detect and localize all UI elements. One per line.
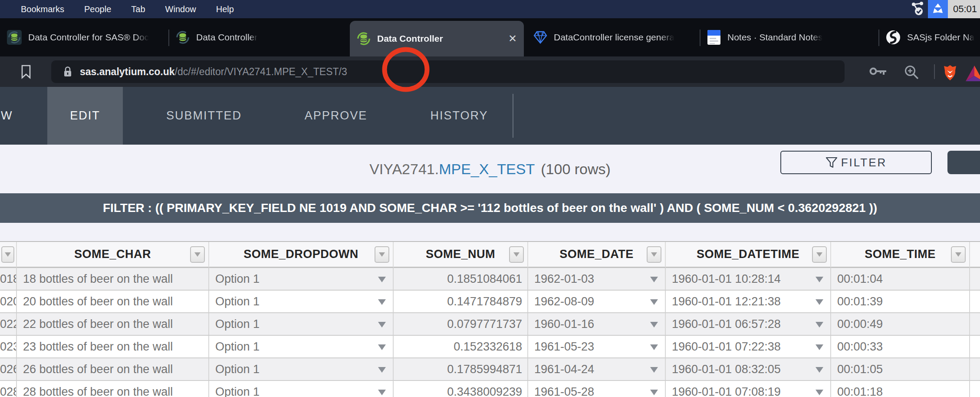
some-date-cell[interactable]: 1962-01-03: [528, 268, 666, 290]
some-datetime-cell[interactable]: 1960-01-01 07:22:38: [666, 336, 831, 357]
dropdown-arrow-icon[interactable]: [378, 299, 386, 305]
key-cell[interactable]: 028: [0, 381, 17, 397]
some-dropdown-cell[interactable]: Option 1: [209, 268, 394, 290]
column-header-some-time[interactable]: SOME_TIME: [831, 242, 970, 268]
menu-window[interactable]: Window: [155, 0, 206, 18]
browser-tab-dc-active[interactable]: Data Controller ✕: [350, 21, 524, 56]
key-cell[interactable]: 026: [0, 358, 17, 380]
column-header-some-num[interactable]: SOME_NUM: [394, 242, 528, 268]
column-filter-button[interactable]: [647, 246, 661, 263]
dropdown-arrow-icon[interactable]: [650, 344, 658, 350]
some-char-cell[interactable]: 23 bottles of beer on the wall: [17, 336, 209, 357]
column-filter-button[interactable]: [812, 246, 827, 263]
some-time-cell[interactable]: 00:01:18: [831, 381, 970, 397]
column-filter-button[interactable]: [509, 246, 524, 263]
edge-action-button[interactable]: [947, 151, 980, 174]
table-name-link[interactable]: MPE_X_TEST: [439, 161, 535, 177]
nav-tab-submitted[interactable]: SUBMITTED: [143, 87, 265, 145]
dropdown-arrow-icon[interactable]: [378, 367, 386, 373]
some-dropdown-cell[interactable]: Option 1: [209, 291, 394, 312]
some-datetime-cell[interactable]: 1960-01-01 10:28:14: [666, 268, 831, 290]
dropdown-arrow-icon[interactable]: [816, 390, 823, 395]
key-cell[interactable]: 023: [0, 336, 17, 357]
some-dropdown-cell[interactable]: Option 1: [209, 358, 394, 380]
browser-tab-dc-docs[interactable]: Data Controller for SAS® Doc: [0, 18, 169, 56]
some-num-cell[interactable]: 0.0797771737: [394, 313, 528, 335]
dropdown-arrow-icon[interactable]: [378, 390, 386, 395]
some-date-cell[interactable]: 1960-01-16: [528, 313, 666, 335]
some-datetime-cell[interactable]: 1960-01-01 08:32:05: [666, 358, 831, 380]
dropdown-arrow-icon[interactable]: [816, 322, 823, 328]
browser-tab-dc-2[interactable]: Data Controller: [169, 18, 350, 56]
browser-tab-notes[interactable]: Notes · Standard Notes: [700, 18, 879, 56]
bat-icon[interactable]: [964, 64, 980, 83]
some-datetime-cell[interactable]: 1960-01-01 12:21:38: [666, 291, 831, 312]
some-char-cell[interactable]: 26 bottles of beer on the wall: [17, 358, 209, 380]
some-dropdown-cell[interactable]: Option 1: [209, 381, 394, 397]
dropdown-arrow-icon[interactable]: [378, 344, 386, 350]
dropdown-arrow-icon[interactable]: [378, 322, 386, 328]
menu-people[interactable]: People: [74, 0, 121, 18]
bookmark-icon[interactable]: [20, 64, 32, 79]
dropdown-arrow-icon[interactable]: [650, 299, 658, 305]
browser-tab-license[interactable]: DataController license genera: [526, 18, 700, 56]
some-char-cell[interactable]: 18 bottles of beer on the wall: [17, 268, 209, 290]
dropdown-arrow-icon[interactable]: [816, 299, 823, 305]
filter-button[interactable]: FILTER: [780, 151, 932, 174]
menu-bookmarks[interactable]: Bookmarks: [0, 0, 74, 18]
some-time-cell[interactable]: 00:00:49: [831, 313, 970, 335]
dropdown-arrow-icon[interactable]: [650, 390, 658, 395]
some-time-cell[interactable]: 00:01:05: [831, 358, 970, 380]
dropdown-arrow-icon[interactable]: [378, 277, 386, 282]
nav-tab-view[interactable]: VIEW: [0, 87, 20, 145]
some-num-cell[interactable]: 0.1785994871: [394, 358, 528, 380]
key-cell[interactable]: 018: [0, 268, 17, 290]
nav-tab-history[interactable]: HISTORY: [398, 87, 520, 145]
some-time-cell[interactable]: 00:01:04: [831, 268, 970, 290]
column-header-some-char[interactable]: SOME_CHAR: [17, 242, 209, 268]
some-num-cell[interactable]: 0.3438009239: [394, 381, 528, 397]
column-filter-button[interactable]: [951, 246, 966, 263]
dropdown-arrow-icon[interactable]: [816, 277, 823, 282]
key-cell[interactable]: 022: [0, 313, 17, 335]
browser-tab-sasjs[interactable]: SASjs Folder Na: [879, 18, 980, 56]
key-cell[interactable]: 020: [0, 291, 17, 312]
some-datetime-cell[interactable]: 1960-01-01 07:08:19: [666, 381, 831, 397]
url-address-bar[interactable]: sas.analytium.co.uk/dc/#/editor/VIYA2741…: [51, 60, 845, 83]
some-time-cell[interactable]: 00:00:33: [831, 336, 970, 357]
share-check-icon[interactable]: [908, 0, 928, 18]
some-num-cell[interactable]: 0.1851084061: [394, 268, 528, 290]
dropdown-arrow-icon[interactable]: [650, 277, 658, 282]
some-datetime-cell[interactable]: 1960-01-01 06:57:28: [666, 313, 831, 335]
dropdown-arrow-icon[interactable]: [650, 367, 658, 373]
dropdown-arrow-icon[interactable]: [816, 367, 823, 373]
nav-tab-edit[interactable]: EDIT: [47, 87, 123, 145]
some-time-cell[interactable]: 00:01:39: [831, 291, 970, 312]
zoom-in-icon[interactable]: [904, 64, 920, 81]
key-icon[interactable]: [869, 64, 888, 78]
some-date-cell[interactable]: 1961-05-28: [528, 381, 666, 397]
tab-close-icon[interactable]: ✕: [508, 33, 517, 44]
menubar-app-icon[interactable]: [928, 0, 948, 18]
some-dropdown-cell[interactable]: Option 1: [209, 336, 394, 357]
column-header-some-dropdown[interactable]: SOME_DROPDOWN: [209, 242, 394, 268]
some-char-cell[interactable]: 22 bottles of beer on the wall: [17, 313, 209, 335]
some-num-cell[interactable]: 0.1471784879: [394, 291, 528, 312]
dropdown-arrow-icon[interactable]: [816, 344, 823, 350]
some-char-cell[interactable]: 28 bottles of beer on the wall: [17, 381, 209, 397]
nav-tab-approve[interactable]: APPROVE: [275, 87, 397, 145]
column-header-some-datetime[interactable]: SOME_DATETIME: [666, 242, 831, 268]
dropdown-arrow-icon[interactable]: [650, 322, 658, 328]
menu-tab[interactable]: Tab: [121, 0, 155, 18]
column-filter-button[interactable]: [1, 246, 14, 263]
some-date-cell[interactable]: 1962-08-09: [528, 291, 666, 312]
some-dropdown-cell[interactable]: Option 1: [209, 313, 394, 335]
column-filter-button[interactable]: [190, 246, 205, 263]
column-header-some-date[interactable]: SOME_DATE: [528, 242, 666, 268]
some-num-cell[interactable]: 0.152332618: [394, 336, 528, 357]
menu-help[interactable]: Help: [206, 0, 244, 18]
column-filter-button[interactable]: [375, 246, 389, 263]
some-char-cell[interactable]: 20 bottles of beer on the wall: [17, 291, 209, 312]
some-date-cell[interactable]: 1961-04-24: [528, 358, 666, 380]
brave-icon[interactable]: [942, 64, 958, 82]
